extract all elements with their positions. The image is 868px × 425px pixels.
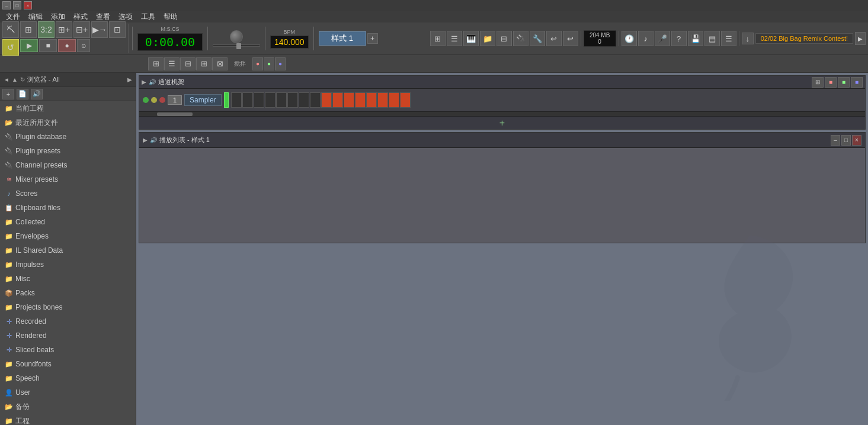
rack-step-num[interactable]: 1 xyxy=(168,95,182,105)
mixer-btn-3[interactable]: ● xyxy=(275,57,286,70)
loop-btn[interactable]: ↺ xyxy=(2,39,19,56)
help-icon[interactable]: ? xyxy=(671,31,687,46)
minimize-button[interactable]: – xyxy=(2,1,11,9)
mixer-btn-2[interactable]: ● xyxy=(264,57,274,70)
rack-speaker-btn[interactable]: 🔊 xyxy=(149,79,156,85)
rack-pad-12[interactable] xyxy=(355,92,366,108)
nav-up-btn[interactable]: ▲ xyxy=(12,76,18,83)
piano-roll-btn[interactable]: ⊞+ xyxy=(56,21,72,38)
add-channel-btn[interactable]: + xyxy=(139,116,865,129)
ch-view-btn-5[interactable]: ⊠ xyxy=(212,57,228,70)
sidebar-item-projects-bones[interactable]: 📁 Projects bones xyxy=(0,300,136,314)
undo-icon[interactable]: ↩ xyxy=(546,31,562,46)
sidebar-item-speech[interactable]: 📁 Speech xyxy=(0,371,136,385)
sidebar-item-mixer-presets[interactable]: ≋ Mixer presets xyxy=(0,172,136,186)
rack-dot-yellow[interactable] xyxy=(151,97,157,103)
sidebar-item-user[interactable]: 👤 User xyxy=(0,385,136,400)
sidebar-item-impulses[interactable]: 📁 Impulses xyxy=(0,257,136,272)
sidebar-item-recorded[interactable]: ✛ Recorded xyxy=(0,314,136,329)
mixer-icon[interactable]: ⊟ xyxy=(497,31,512,46)
menu-help[interactable]: 帮助 xyxy=(160,11,181,23)
sidebar-item-envelopes[interactable]: 📁 Envelopes xyxy=(0,229,136,243)
rack-pad-2[interactable] xyxy=(242,92,253,108)
clock-icon[interactable]: 🕐 xyxy=(622,31,637,46)
playlist-icon[interactable]: ☰ xyxy=(447,31,462,46)
sidebar-item-scores[interactable]: ♪ Scores xyxy=(0,186,136,201)
render-icon[interactable]: ▤ xyxy=(704,31,720,46)
mode-button[interactable]: ⊙ xyxy=(77,39,90,52)
rack-grid-btn[interactable]: ⊞ xyxy=(812,77,824,88)
ch-view-btn-1[interactable]: ⊞ xyxy=(148,57,164,70)
rack-scrollbar[interactable] xyxy=(139,111,865,116)
channel-rack-icon[interactable]: ⊞ xyxy=(430,31,446,46)
nav-forward-btn[interactable]: ↻ xyxy=(20,76,25,83)
automation-icon[interactable]: 🔧 xyxy=(530,31,545,46)
browser-arrow[interactable]: ▶ xyxy=(127,76,132,83)
sidebar-item-channel-presets[interactable]: 🔌 Channel presets xyxy=(0,158,136,172)
close-button[interactable]: × xyxy=(24,1,32,9)
new-project-btn[interactable]: ⛏ xyxy=(2,21,19,38)
play-button[interactable]: ▶ xyxy=(20,39,38,52)
playlist-minimize-btn[interactable]: – xyxy=(831,135,840,146)
contest-label[interactable]: 02/02 Big Bag Remix Contest! xyxy=(755,33,853,44)
playlist-restore-btn[interactable]: □ xyxy=(841,135,851,146)
rack-pad-7[interactable] xyxy=(299,92,309,108)
rack-expand-arrow[interactable]: ▶ xyxy=(142,79,146,85)
contest-next-btn[interactable]: ▶ xyxy=(855,32,866,45)
save-project-btn[interactable]: ↓ xyxy=(742,33,754,44)
step-sequencer-btn[interactable]: 3:2 xyxy=(38,21,55,38)
sidebar-item-packs[interactable]: 📦 Packs xyxy=(0,286,136,300)
rack-pad-10[interactable] xyxy=(332,92,343,108)
rack-pad-8[interactable] xyxy=(310,92,321,108)
sidebar-item-collected[interactable]: 📁 Collected xyxy=(0,215,136,229)
rack-pad-1[interactable] xyxy=(231,92,242,108)
sidebar-item-misc[interactable]: 📁 Misc xyxy=(0,272,136,286)
ch-view-btn-4[interactable]: ⊞ xyxy=(196,57,212,70)
rack-rgb-btn[interactable]: ■ xyxy=(825,77,837,88)
browser-speaker-btn[interactable]: 🔊 xyxy=(31,89,43,99)
sidebar-item-projects[interactable]: 📁 工程 xyxy=(0,414,136,425)
rack-pad-3[interactable] xyxy=(254,92,264,108)
mixer-btn-1[interactable]: ● xyxy=(252,57,263,70)
midi-icon[interactable]: ♪ xyxy=(638,31,654,46)
sidebar-item-plugin-db[interactable]: 🔌 Plugin database xyxy=(0,130,136,144)
ch-view-btn-2[interactable]: ☰ xyxy=(164,57,180,70)
mixer-btn[interactable]: ⊟+ xyxy=(73,21,90,38)
sidebar-item-current-project[interactable]: 📁 当前工程 xyxy=(0,101,136,115)
master-volume-slider[interactable] xyxy=(213,44,260,47)
sidebar-item-plugin-presets[interactable]: 🔌 Plugin presets xyxy=(0,144,136,158)
rack-pad-16[interactable] xyxy=(400,92,411,108)
rack-dot-green[interactable] xyxy=(143,97,149,103)
rack-dot-red[interactable] xyxy=(159,97,165,103)
piano-roll-icon[interactable]: 🎹 xyxy=(463,31,479,46)
bpm-display[interactable]: 140.000 xyxy=(270,36,309,49)
menu-tools[interactable]: 工具 xyxy=(137,11,159,23)
ch-view-btn-3[interactable]: ⊟ xyxy=(180,57,196,70)
export-btn[interactable]: ▶→ xyxy=(91,21,108,38)
browser-file-btn[interactable]: 📄 xyxy=(17,89,28,99)
rack-pad-4[interactable] xyxy=(265,92,276,108)
rack-pad-13[interactable] xyxy=(366,92,377,108)
sidebar-item-soundfonts[interactable]: 📁 Soundfonts xyxy=(0,357,136,371)
playlist-expand-arrow[interactable]: ▶ xyxy=(143,137,148,143)
settings-icon[interactable]: ☰ xyxy=(721,31,736,46)
pattern-selector[interactable]: 样式 1 xyxy=(319,31,366,46)
rack-pad-5[interactable] xyxy=(276,92,287,108)
rack-scrollbar-thumb[interactable] xyxy=(157,112,193,116)
record-btn[interactable]: ⊡ xyxy=(109,21,126,38)
plugin-picker-icon[interactable]: 🔌 xyxy=(513,31,529,46)
save-icon[interactable]: 💾 xyxy=(688,31,703,46)
playlist-speaker-btn[interactable]: 🔊 xyxy=(150,137,157,143)
browser-icon[interactable]: 📁 xyxy=(480,31,495,46)
redo-icon[interactable]: ↩ xyxy=(563,31,578,46)
nav-back-btn[interactable]: ◄ xyxy=(4,76,9,83)
sidebar-item-rendered[interactable]: ✛ Rendered xyxy=(0,329,136,343)
open-btn[interactable]: ⊞ xyxy=(20,21,37,38)
stop-button[interactable]: ■ xyxy=(39,39,57,52)
rack-pad-6[interactable] xyxy=(287,92,298,108)
browser-add-btn[interactable]: + xyxy=(2,89,14,99)
audio-icon[interactable]: 🎤 xyxy=(655,31,670,46)
sidebar-item-shared-data[interactable]: 📁 IL Shared Data xyxy=(0,243,136,257)
rack-pad-14[interactable] xyxy=(377,92,388,108)
rack-rgb-btn2[interactable]: ■ xyxy=(838,77,850,88)
